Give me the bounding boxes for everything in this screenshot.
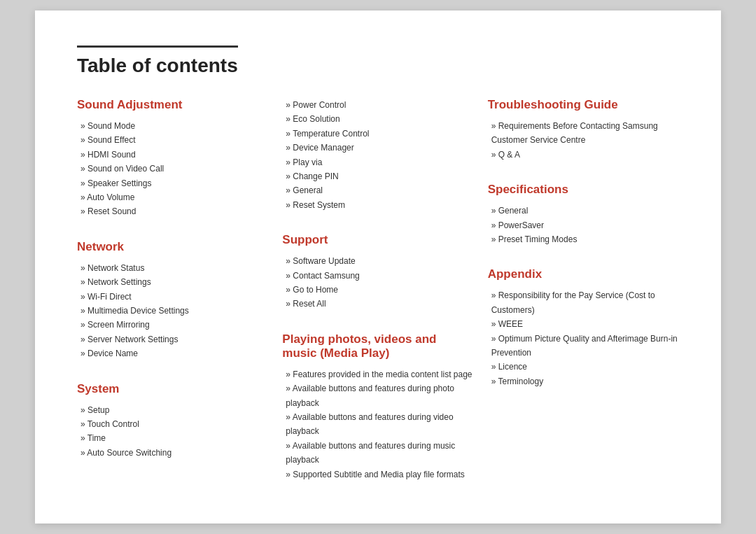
item-list-0: Sound ModeSound EffectHDMI SoundSound on…: [77, 119, 268, 219]
list-item: Speaker Settings: [77, 176, 268, 190]
list-item: Change PIN: [282, 169, 473, 183]
item-list-2: Responsibility for the Pay Service (Cost…: [488, 288, 679, 388]
list-item: Requirements Before Contacting Samsung C…: [488, 119, 679, 148]
list-item: Optimum Picture Quality and Afterimage B…: [488, 332, 679, 360]
item-list-0: Requirements Before Contacting Samsung C…: [488, 119, 679, 162]
list-item: Terminology: [488, 374, 679, 388]
list-item: Go to Home: [282, 283, 473, 297]
item-list-1: GeneralPowerSaverPreset Timing Modes: [488, 204, 679, 246]
list-item: Device Manager: [282, 141, 473, 155]
section-title-2: Appendix: [488, 267, 679, 281]
list-item: Screen Mirroring: [77, 318, 268, 332]
list-item: Reset Sound: [77, 204, 268, 218]
list-item: Licence: [488, 360, 679, 374]
list-item: Sound on Video Call: [77, 162, 268, 176]
list-item: Auto Volume: [77, 190, 268, 204]
list-item: Reset System: [282, 198, 473, 212]
list-item: WEEE: [488, 317, 679, 331]
list-item: Multimedia Device Settings: [77, 304, 268, 318]
list-item: Available buttons and features during vi…: [282, 410, 473, 439]
section-title-2: Playing photos, videos and music (Media …: [282, 332, 473, 360]
list-item: Network Settings: [77, 275, 268, 289]
list-item: Power Control: [282, 98, 473, 112]
list-item: Auto Source Switching: [77, 446, 268, 460]
list-item: Features provided in the media content l…: [282, 367, 473, 381]
list-item: Q & A: [488, 148, 679, 162]
list-item: Server Network Settings: [77, 332, 268, 346]
list-item: Software Update: [282, 254, 473, 268]
list-item: Available buttons and features during ph…: [282, 381, 473, 410]
item-list-2: SetupTouch ControlTimeAuto Source Switch…: [77, 403, 268, 461]
column-2: Power ControlEco SolutionTemperature Con…: [282, 98, 473, 489]
item-list-0: Power ControlEco SolutionTemperature Con…: [282, 98, 473, 212]
list-item: Play via: [282, 155, 473, 169]
list-item: Device Name: [77, 346, 268, 360]
list-item: Contact Samsung: [282, 269, 473, 283]
column-3: Troubleshooting GuideRequirements Before…: [488, 98, 679, 489]
list-item: Eco Solution: [282, 112, 473, 126]
list-item: Temperature Control: [282, 127, 473, 141]
list-item: General: [282, 183, 473, 197]
section-title-1: Network: [77, 240, 268, 254]
column-1: Sound AdjustmentSound ModeSound EffectHD…: [77, 98, 268, 489]
list-item: Touch Control: [77, 417, 268, 431]
list-item: Available buttons and features during mu…: [282, 439, 473, 468]
list-item: Responsibility for the Pay Service (Cost…: [488, 288, 679, 317]
section-title-0: Sound Adjustment: [77, 98, 268, 112]
section-title-1: Specifications: [488, 183, 679, 197]
list-item: Wi-Fi Direct: [77, 290, 268, 304]
content-columns: Sound AdjustmentSound ModeSound EffectHD…: [77, 98, 679, 489]
list-item: Sound Effect: [77, 133, 268, 147]
list-item: HDMI Sound: [77, 148, 268, 162]
list-item: PowerSaver: [488, 218, 679, 232]
list-item: General: [488, 204, 679, 218]
list-item: Setup: [77, 403, 268, 417]
item-list-1: Network StatusNetwork SettingsWi-Fi Dire…: [77, 261, 268, 361]
item-list-1: Software UpdateContact SamsungGo to Home…: [282, 254, 473, 311]
list-item: Supported Subtitle and Media play file f…: [282, 468, 473, 482]
title-bar: Table of contents: [77, 45, 238, 77]
page: Table of contents Sound AdjustmentSound …: [35, 10, 721, 524]
section-title-0: Troubleshooting Guide: [488, 98, 679, 112]
item-list-2: Features provided in the media content l…: [282, 367, 473, 482]
list-item: Time: [77, 431, 268, 445]
section-title-2: System: [77, 382, 268, 396]
list-item: Sound Mode: [77, 119, 268, 133]
page-title: Table of contents: [77, 55, 238, 77]
list-item: Network Status: [77, 261, 268, 275]
list-item: Preset Timing Modes: [488, 232, 679, 246]
list-item: Reset All: [282, 297, 473, 311]
section-title-1: Support: [282, 233, 473, 247]
